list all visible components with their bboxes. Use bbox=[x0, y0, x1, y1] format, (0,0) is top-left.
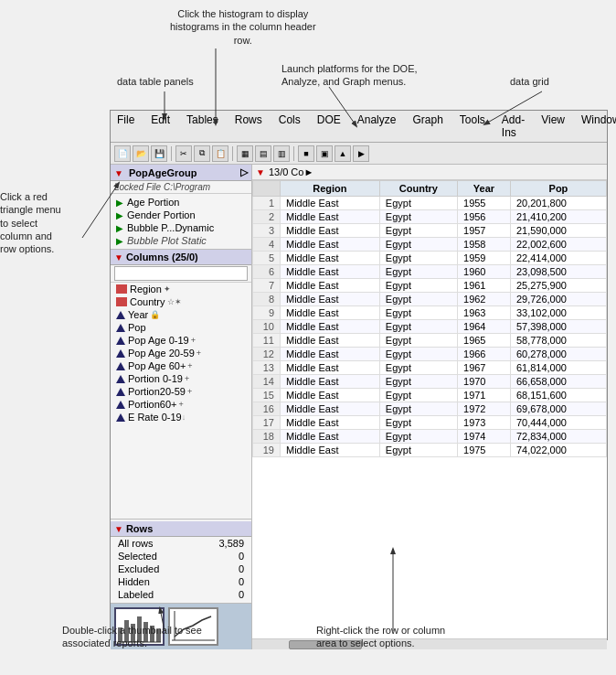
row-stat-labeled: Labeled 0 bbox=[111, 588, 251, 601]
cell-region: Middle East bbox=[281, 334, 380, 348]
table-row: 18Middle EastEgypt197472,834,000 bbox=[253, 430, 607, 444]
cell-pop: 57,398,000 bbox=[510, 320, 606, 334]
menu-window[interactable]: Window bbox=[579, 112, 616, 140]
table-row: 17Middle EastEgypt197370,444,000 bbox=[253, 416, 607, 430]
col-item-portion-60[interactable]: Portion60+ + bbox=[111, 398, 251, 411]
toolbar-btn-run[interactable]: ▶ bbox=[353, 145, 369, 162]
cell-country: Egypt bbox=[379, 389, 457, 402]
cell-region: Middle East bbox=[281, 402, 380, 416]
left-panel: ▼ PopAgeGroup ▷ Locked File C:\Program ▶… bbox=[111, 165, 252, 649]
script-gender-portion[interactable]: ▶ Gender Portion bbox=[111, 209, 251, 221]
table-row: 7Middle EastEgypt196125,275,900 bbox=[253, 279, 607, 293]
col-item-portion-019[interactable]: Portion 0-19 + bbox=[111, 372, 251, 385]
menu-tables[interactable]: Tables bbox=[184, 112, 221, 140]
annotation-platforms: Launch platforms for the DOE,Analyze, an… bbox=[281, 62, 418, 89]
columns-red-triangle[interactable]: ▼ bbox=[114, 252, 123, 262]
col-header-year[interactable]: Year bbox=[458, 181, 511, 197]
cell-rownum: 15 bbox=[253, 389, 281, 402]
toolbar-btn-graph[interactable]: ▲ bbox=[335, 145, 351, 162]
col-header-region[interactable]: Region bbox=[281, 181, 380, 197]
col-header-country[interactable]: Country bbox=[379, 181, 457, 197]
columns-header: ▼ Columns (25/0) bbox=[111, 250, 251, 265]
grid-red-triangle[interactable]: ▼ bbox=[256, 167, 265, 177]
cell-year: 1973 bbox=[458, 416, 511, 430]
col-item-country[interactable]: Country ☆✶ bbox=[111, 295, 251, 308]
cell-pop: 21,590,000 bbox=[510, 224, 606, 238]
menu-analyze[interactable]: Analyze bbox=[355, 112, 399, 140]
annotation-red-triangle: Click a redtriangle menuto selectcolumn … bbox=[0, 190, 61, 255]
menu-doe[interactable]: DOE bbox=[314, 112, 344, 140]
menu-rows[interactable]: Rows bbox=[232, 112, 265, 140]
cell-rownum: 4 bbox=[253, 238, 281, 252]
cell-country: Egypt bbox=[379, 430, 457, 444]
annotation-right-click: Right-click the row or columnarea to sel… bbox=[316, 624, 445, 650]
cell-rownum: 8 bbox=[253, 293, 281, 306]
menu-addins[interactable]: Add-Ins bbox=[499, 112, 527, 140]
scroll-indicator: ↓ bbox=[182, 412, 186, 422]
rows-red-triangle[interactable]: ▼ bbox=[114, 524, 123, 534]
continuous-icon-pop bbox=[116, 324, 125, 332]
script-age-portion[interactable]: ▶ Age Portion bbox=[111, 196, 251, 209]
column-search-input[interactable] bbox=[114, 266, 248, 281]
cell-year: 1966 bbox=[458, 348, 511, 361]
toolbar-btn-dist[interactable]: ▤ bbox=[255, 145, 271, 162]
cell-region: Middle East bbox=[281, 430, 380, 444]
toolbar-btn-cut[interactable]: ✂ bbox=[175, 145, 192, 162]
cell-country: Egypt bbox=[379, 361, 457, 375]
menu-file[interactable]: File bbox=[114, 112, 137, 140]
menu-edit[interactable]: Edit bbox=[148, 112, 173, 140]
menu-graph[interactable]: Graph bbox=[409, 112, 445, 140]
script-bubble-dynamic[interactable]: ▶ Bubble P...Dynamic bbox=[111, 221, 251, 234]
col-item-year[interactable]: Year 🔒 bbox=[111, 308, 251, 321]
col-item-portion-2059[interactable]: Portion20-59 + bbox=[111, 385, 251, 398]
cell-region: Middle East bbox=[281, 348, 380, 361]
toolbar-btn-copy[interactable]: ⧉ bbox=[194, 145, 210, 162]
locked-file-text: Locked File C:\Program bbox=[114, 182, 210, 192]
data-grid: ▼ 13/0 Co► Region Country Year Pop bbox=[252, 165, 607, 649]
row-stat-hidden: Hidden 0 bbox=[111, 575, 251, 588]
cell-year: 1964 bbox=[458, 320, 511, 334]
menu-view[interactable]: View bbox=[538, 112, 568, 140]
col-item-pop-age-60[interactable]: Pop Age 60+ + bbox=[111, 359, 251, 372]
cell-country: Egypt bbox=[379, 279, 457, 293]
cell-pop: 25,275,900 bbox=[510, 279, 606, 293]
toolbar-btn-hist[interactable]: ▦ bbox=[237, 145, 253, 162]
cell-pop: 60,278,000 bbox=[510, 348, 606, 361]
cell-region: Middle East bbox=[281, 293, 380, 306]
cell-country: Egypt bbox=[379, 444, 457, 457]
col-item-pop[interactable]: Pop bbox=[111, 321, 251, 334]
col-item-region[interactable]: Region ✦ bbox=[111, 283, 251, 295]
cell-region: Middle East bbox=[281, 210, 380, 224]
table-row: 3Middle EastEgypt195721,590,000 bbox=[253, 224, 607, 238]
toolbar-btn-analyze1[interactable]: ■ bbox=[298, 145, 314, 162]
toolbar-btn-new[interactable]: 📄 bbox=[114, 145, 131, 162]
menu-tools[interactable]: Tools bbox=[457, 112, 488, 140]
col-item-pop-age-2059[interactable]: Pop Age 20-59 + bbox=[111, 347, 251, 359]
cell-year: 1971 bbox=[458, 389, 511, 402]
toolbar-btn-analyze2[interactable]: ▣ bbox=[316, 145, 333, 162]
menu-cols[interactable]: Cols bbox=[276, 112, 303, 140]
cell-country: Egypt bbox=[379, 238, 457, 252]
col-item-erate-019[interactable]: E Rate 0-19 ↓ bbox=[111, 411, 251, 423]
cell-region: Middle East bbox=[281, 416, 380, 430]
cell-pop: 20,201,800 bbox=[510, 197, 606, 210]
cell-rownum: 14 bbox=[253, 375, 281, 389]
toolbar-btn-filter[interactable]: ▥ bbox=[273, 145, 290, 162]
green-triangle-icon-4: ▶ bbox=[116, 236, 123, 246]
rows-section: ▼ Rows All rows 3,589 Selected 0 Exclude… bbox=[111, 519, 251, 603]
toolbar-btn-save[interactable]: 💾 bbox=[151, 145, 167, 162]
cell-country: Egypt bbox=[379, 197, 457, 210]
grid-table-wrap[interactable]: Region Country Year Pop 1Middle EastEgyp… bbox=[252, 180, 607, 638]
cell-year: 1974 bbox=[458, 430, 511, 444]
col-header-pop[interactable]: Pop bbox=[510, 181, 606, 197]
col-item-pop-age-019[interactable]: Pop Age 0-19 + bbox=[111, 334, 251, 347]
rows-header-label: Rows bbox=[126, 523, 153, 534]
panel-red-triangle[interactable]: ▼ bbox=[114, 168, 123, 178]
toolbar-btn-paste[interactable]: 📋 bbox=[212, 145, 228, 162]
panel-title: PopAgeGroup bbox=[129, 167, 197, 178]
script-bubble-static[interactable]: ▶ Bubble Plot Static bbox=[111, 234, 251, 247]
table-row: 19Middle EastEgypt197574,022,000 bbox=[253, 444, 607, 457]
cell-region: Middle East bbox=[281, 306, 380, 320]
toolbar-btn-open[interactable]: 📂 bbox=[133, 145, 149, 162]
continuous-icon-pop-2059 bbox=[116, 349, 125, 358]
